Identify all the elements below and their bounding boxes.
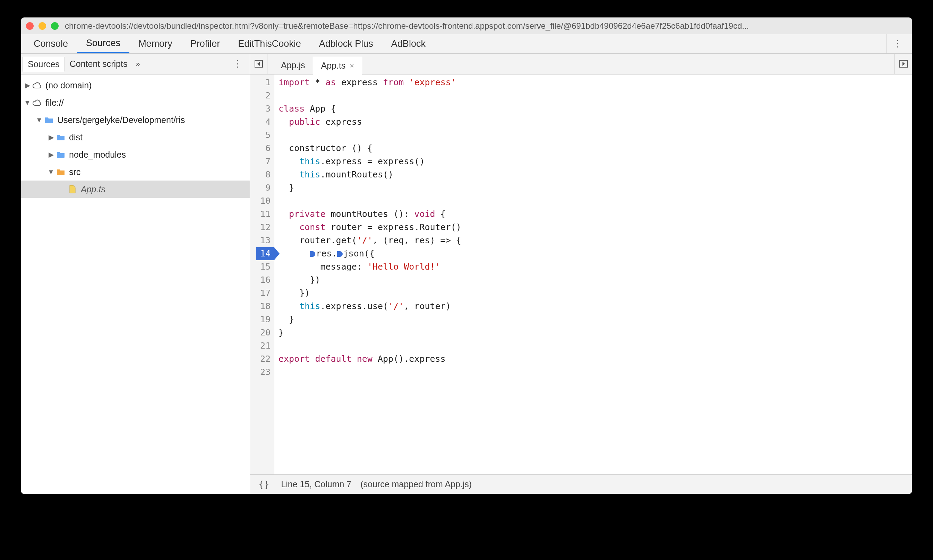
line-number[interactable]: 6 <box>256 142 270 155</box>
panel-tab-adblock[interactable]: AdBlock <box>382 34 435 53</box>
line-number[interactable]: 8 <box>256 168 270 181</box>
breakpoint-line-number[interactable]: 14 <box>256 247 274 260</box>
tree-item-src[interactable]: ▼src <box>21 163 250 180</box>
close-tab-icon[interactable]: × <box>350 62 354 70</box>
tree-expand-arrow[interactable]: ▼ <box>23 99 32 107</box>
code-line[interactable]: this.express.use('/', router) <box>279 300 461 313</box>
tree-item-label: file:// <box>45 98 64 108</box>
code-line[interactable]: public express <box>279 115 461 129</box>
sidebar-menu-button[interactable]: ⋮ <box>225 58 250 69</box>
tree-item-app-ts[interactable]: App.ts <box>21 180 250 198</box>
right-pane-toggle-icon[interactable] <box>894 53 912 74</box>
folder-orange-icon <box>55 168 66 175</box>
sidebar-subtabs: SourcesContent scripts» ⋮ <box>21 54 250 74</box>
line-number[interactable]: 12 <box>256 221 270 234</box>
code-line[interactable]: } <box>279 326 461 339</box>
cloud-icon <box>32 82 43 88</box>
line-number[interactable]: 1 <box>256 76 270 89</box>
line-number[interactable]: 20 <box>256 326 270 339</box>
line-number[interactable]: 11 <box>256 208 270 221</box>
line-number[interactable]: 4 <box>256 115 270 129</box>
panel-tab-console[interactable]: Console <box>25 34 77 53</box>
code-line[interactable] <box>279 194 461 208</box>
editor-pane: App.jsApp.ts× 12345678910111213141516171… <box>250 54 912 494</box>
line-number[interactable]: 13 <box>256 234 270 247</box>
line-number[interactable]: 10 <box>256 194 270 208</box>
line-number[interactable]: 7 <box>256 155 270 168</box>
line-number[interactable]: 16 <box>256 274 270 286</box>
code-line[interactable]: } <box>279 181 461 194</box>
folder-blue-icon <box>43 117 54 123</box>
line-number-gutter[interactable]: 1234567891011121314151617181920212223 <box>250 74 275 474</box>
line-number[interactable]: 5 <box>256 129 270 142</box>
code-line[interactable]: import * as express from 'express' <box>279 76 461 89</box>
tree-expand-arrow[interactable]: ▼ <box>47 168 55 176</box>
code-line[interactable]: const router = express.Router() <box>279 221 461 234</box>
code-line[interactable]: message: 'Hello World!' <box>279 260 461 274</box>
tree-item-label: Users/gergelyke/Development/ris <box>57 115 185 125</box>
code-line[interactable]: export default new App().express <box>279 352 461 366</box>
panel-tab-editthiscookie[interactable]: EditThisCookie <box>229 34 310 53</box>
editor-tab-label: App.ts <box>321 61 345 71</box>
code-line[interactable]: } <box>279 313 461 326</box>
sidebar-overflow-button[interactable]: » <box>132 57 143 71</box>
tree-expand-arrow[interactable]: ▶ <box>23 81 32 89</box>
window-maximize-button[interactable] <box>51 22 59 30</box>
tree-item-node-modules[interactable]: ▶node_modules <box>21 146 250 163</box>
window-close-button[interactable] <box>26 22 34 30</box>
line-number[interactable]: 3 <box>256 102 270 115</box>
code-line[interactable]: }) <box>279 286 461 300</box>
editor-tab-app-ts[interactable]: App.ts× <box>313 57 362 74</box>
line-number[interactable]: 2 <box>256 89 270 102</box>
panel-tab-sources[interactable]: Sources <box>77 34 130 53</box>
devtools-menu-button[interactable]: ⋮ <box>887 34 908 53</box>
code-line[interactable] <box>279 339 461 352</box>
line-number[interactable]: 21 <box>256 339 270 352</box>
line-number[interactable]: 22 <box>256 352 270 366</box>
window-minimize-button[interactable] <box>39 22 46 30</box>
editor-statusbar: {} Line 15, Column 7 (source mapped from… <box>250 474 912 494</box>
line-number[interactable]: 18 <box>256 300 270 313</box>
tree-item-dist[interactable]: ▶dist <box>21 129 250 146</box>
panel-tab-adblock-plus[interactable]: Adblock Plus <box>310 34 382 53</box>
code-line[interactable] <box>279 129 461 142</box>
file-tree: ▶(no domain)▼file://▼Users/gergelyke/Dev… <box>21 74 250 494</box>
folder-blue-icon <box>55 151 66 158</box>
panel-tab-profiler[interactable]: Profiler <box>181 34 229 53</box>
window-titlebar: chrome-devtools://devtools/bundled/inspe… <box>21 18 912 34</box>
code-line[interactable]: }) <box>279 274 461 286</box>
panel-tab-memory[interactable]: Memory <box>130 34 181 53</box>
code-line[interactable]: constructor () { <box>279 142 461 155</box>
line-number[interactable]: 9 <box>256 181 270 194</box>
folder-blue-icon <box>55 134 66 141</box>
tree-expand-arrow[interactable]: ▼ <box>35 116 43 124</box>
tree-expand-arrow[interactable]: ▶ <box>47 133 55 142</box>
line-number[interactable]: 23 <box>256 366 270 379</box>
tree-item-label: (no domain) <box>45 80 92 91</box>
code-line[interactable]: router.get('/', (req, res) => { <box>279 234 461 247</box>
code-line[interactable]: class App { <box>279 102 461 115</box>
code-line[interactable]: this.mountRoutes() <box>279 168 461 181</box>
svg-marker-1 <box>258 62 260 66</box>
sources-sidebar: SourcesContent scripts» ⋮ ▶(no domain)▼f… <box>21 54 250 494</box>
sidebar-tab-content-scripts[interactable]: Content scripts <box>65 57 133 71</box>
tree-item-label: src <box>69 167 80 177</box>
sidebar-tab-sources[interactable]: Sources <box>23 57 65 72</box>
pretty-print-button[interactable]: {} <box>256 479 272 490</box>
tree-item-users-gergelyke-development-ris[interactable]: ▼Users/gergelyke/Development/ris <box>21 111 250 129</box>
line-number[interactable]: 15 <box>256 260 270 274</box>
code-content[interactable]: import * as express from 'express' class… <box>275 74 466 474</box>
code-editor[interactable]: 1234567891011121314151617181920212223 im… <box>250 74 912 474</box>
code-line[interactable]: private mountRoutes (): void { <box>279 208 461 221</box>
left-pane-toggle-icon[interactable] <box>250 53 267 74</box>
tree-item--no-domain-[interactable]: ▶(no domain) <box>21 77 250 94</box>
tree-expand-arrow[interactable]: ▶ <box>47 151 55 159</box>
line-number[interactable]: 17 <box>256 286 270 300</box>
line-number[interactable]: 19 <box>256 313 270 326</box>
code-line[interactable] <box>279 366 461 379</box>
code-line[interactable]: this.express = express() <box>279 155 461 168</box>
code-line[interactable]: res.json({ <box>279 247 461 260</box>
code-line[interactable] <box>279 89 461 102</box>
tree-item-file-[interactable]: ▼file:// <box>21 94 250 111</box>
editor-tab-app-js[interactable]: App.js <box>273 57 313 74</box>
